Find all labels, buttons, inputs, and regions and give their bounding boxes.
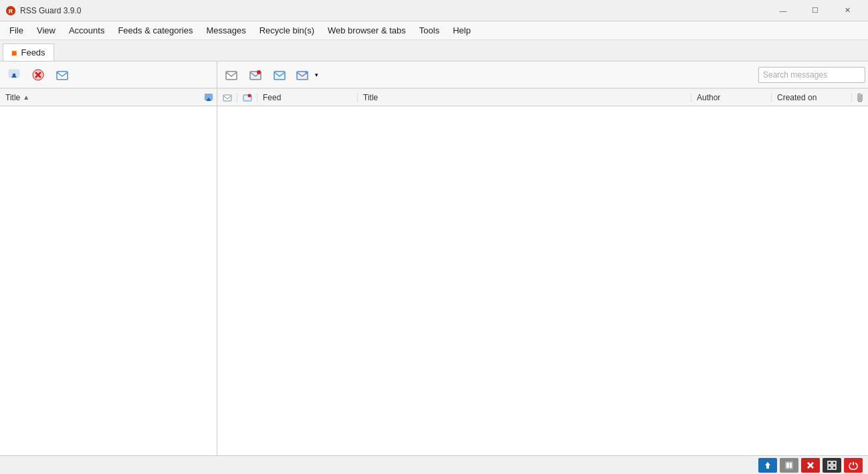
- messages-panel: Feed Title Author Created on: [217, 89, 868, 455]
- tab-feeds-label: Feeds: [21, 47, 45, 57]
- feeds-sort-arrow: ▲: [23, 94, 29, 101]
- status-power-button[interactable]: [844, 458, 863, 473]
- svg-rect-26: [828, 461, 831, 465]
- svg-rect-17: [223, 95, 231, 101]
- search-messages-input[interactable]: [758, 67, 865, 83]
- tab-feeds[interactable]: ■ Feeds: [3, 43, 54, 61]
- messages-table-header: Feed Title Author Created on: [217, 89, 868, 106]
- menu-help[interactable]: Help: [446, 23, 477, 38]
- svg-rect-23: [790, 463, 792, 468]
- svg-rect-27: [833, 461, 836, 465]
- menu-feeds-categories[interactable]: Feeds & categories: [111, 23, 199, 38]
- status-info-button[interactable]: [780, 458, 798, 473]
- messages-flag-column[interactable]: [237, 93, 257, 102]
- svg-rect-8: [57, 72, 68, 80]
- delete-dropdown-arrow[interactable]: ▾: [312, 65, 322, 85]
- menu-tools[interactable]: Tools: [413, 23, 446, 38]
- window-controls: — ☐ ✕: [768, 0, 863, 21]
- messages-title-column[interactable]: Title: [358, 93, 691, 102]
- messages-author-column[interactable]: Author: [691, 93, 772, 102]
- menu-web-browser[interactable]: Web browser & tabs: [321, 23, 413, 38]
- svg-text:R: R: [9, 8, 13, 15]
- svg-rect-28: [828, 466, 831, 469]
- status-expand-button[interactable]: [823, 458, 841, 473]
- menu-messages[interactable]: Messages: [199, 23, 252, 38]
- status-bar: [0, 455, 868, 474]
- mark-important-button[interactable]: [268, 65, 291, 85]
- feeds-panel-body: [0, 106, 217, 455]
- delete-message-button[interactable]: [292, 65, 312, 85]
- menu-recycle-bin[interactable]: Recycle bin(s): [253, 23, 321, 38]
- svg-rect-11: [257, 70, 261, 74]
- svg-rect-29: [833, 466, 836, 469]
- mark-all-read-button[interactable]: [51, 65, 74, 85]
- delete-message-split-button[interactable]: ▾: [292, 65, 322, 85]
- status-download-button[interactable]: [758, 458, 777, 473]
- messages-date-column[interactable]: Created on: [772, 93, 852, 102]
- menu-file[interactable]: File: [3, 23, 30, 38]
- content-area: Title ▲: [0, 89, 868, 455]
- svg-rect-4: [13, 74, 15, 77]
- app-title: RSS Guard 3.9.0: [20, 6, 768, 15]
- feeds-count-column: [201, 93, 217, 102]
- menu-bar: File View Accounts Feeds & categories Me…: [0, 21, 868, 40]
- app-icon: R: [5, 5, 16, 16]
- maximize-button[interactable]: ☐: [800, 0, 831, 21]
- stop-update-button[interactable]: [27, 65, 49, 85]
- svg-marker-20: [765, 462, 770, 469]
- messages-panel-body: [217, 106, 868, 455]
- status-stop-button[interactable]: [801, 458, 820, 473]
- svg-rect-12: [274, 72, 285, 80]
- close-button[interactable]: ✕: [832, 0, 863, 21]
- menu-view[interactable]: View: [30, 23, 62, 38]
- svg-point-19: [247, 94, 251, 97]
- messages-attach-column: [852, 93, 868, 102]
- feeds-title-label: Title: [5, 93, 20, 102]
- mark-read-button[interactable]: [220, 65, 243, 85]
- feeds-toolbar: [0, 62, 217, 88]
- feeds-table-header: Title ▲: [0, 89, 217, 106]
- menu-accounts[interactable]: Accounts: [62, 23, 111, 38]
- update-all-button[interactable]: [3, 65, 25, 85]
- tab-bar: ■ Feeds: [0, 40, 868, 62]
- svg-rect-22: [786, 463, 789, 468]
- feeds-panel: Title ▲: [0, 89, 217, 455]
- messages-feed-column[interactable]: Feed: [257, 93, 358, 102]
- minimize-button[interactable]: —: [768, 0, 798, 21]
- messages-read-column[interactable]: [217, 93, 237, 102]
- feeds-title-column[interactable]: Title ▲: [0, 93, 201, 102]
- rss-icon: ■: [11, 47, 17, 58]
- mark-unread-button[interactable]: [244, 65, 267, 85]
- main-area: ▾ Title ▲: [0, 62, 868, 455]
- messages-toolbar: ▾: [217, 62, 868, 88]
- title-bar: R RSS Guard 3.9.0 — ☐ ✕: [0, 0, 868, 21]
- svg-rect-9: [226, 72, 237, 80]
